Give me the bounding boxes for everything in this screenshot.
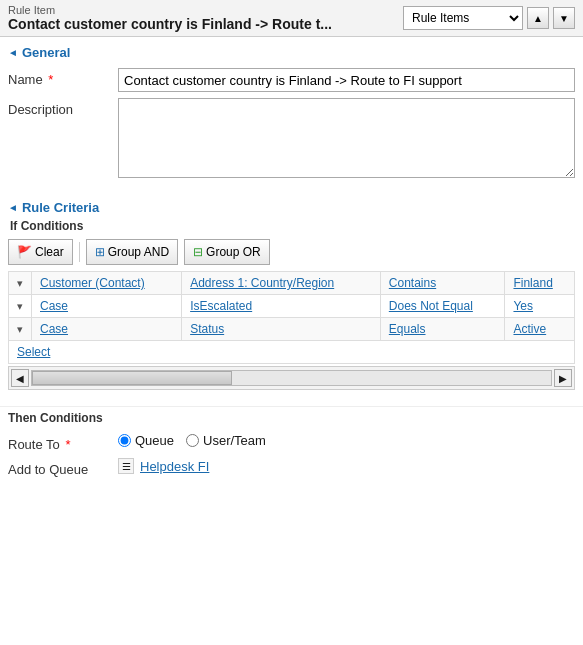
- description-input[interactable]: [118, 98, 575, 178]
- row2-value: Yes: [505, 295, 575, 318]
- clear-icon: 🚩: [17, 245, 32, 259]
- select-link[interactable]: Select: [17, 345, 50, 359]
- name-row: Name *: [8, 68, 575, 92]
- route-to-radio-group: Queue User/Team: [118, 433, 266, 448]
- row3-entity: Case: [32, 318, 182, 341]
- row3-operator-link[interactable]: Equals: [389, 322, 426, 336]
- row2-expand[interactable]: ▾: [17, 300, 23, 312]
- queue-value[interactable]: Helpdesk FI: [140, 459, 209, 474]
- row1-operator-link[interactable]: Contains: [389, 276, 436, 290]
- row1-entity-link[interactable]: Customer (Contact): [40, 276, 145, 290]
- group-or-button[interactable]: ⊟ Group OR: [184, 239, 270, 265]
- scroll-right-button[interactable]: ▶: [554, 369, 572, 387]
- userteam-radio-label: User/Team: [203, 433, 266, 448]
- general-section-header: ◄ General: [0, 37, 583, 64]
- queue-radio-label: Queue: [135, 433, 174, 448]
- route-required-indicator: *: [62, 437, 71, 452]
- rule-criteria-section-title: Rule Criteria: [22, 200, 99, 215]
- rule-items-dropdown[interactable]: Rule Items: [403, 6, 523, 30]
- criteria-toolbar: 🚩 Clear ⊞ Group AND ⊟ Group OR: [8, 239, 575, 265]
- general-form: Name * Description: [0, 64, 583, 192]
- clear-button[interactable]: 🚩 Clear: [8, 239, 73, 265]
- scrollbar-thumb[interactable]: [32, 371, 232, 385]
- row1-value-link[interactable]: Finland: [513, 276, 552, 290]
- add-to-queue-row: Add to Queue ☰ Helpdesk FI: [8, 458, 575, 477]
- then-section: Then Conditions Route To * Queue User/Te…: [0, 406, 583, 491]
- description-label: Description: [8, 98, 118, 117]
- row2-attribute: IsEscalated: [182, 295, 381, 318]
- rule-criteria-collapse-icon[interactable]: ◄: [8, 202, 18, 213]
- table-row: ▾ Case Status Equals Active: [9, 318, 575, 341]
- userteam-radio-item[interactable]: User/Team: [186, 433, 266, 448]
- row2-value-link[interactable]: Yes: [513, 299, 533, 313]
- group-and-icon: ⊞: [95, 245, 105, 259]
- conditions-table: ▾ Customer (Contact) Address 1: Country/…: [8, 271, 575, 364]
- row1-attribute-link[interactable]: Address 1: Country/Region: [190, 276, 334, 290]
- route-to-row: Route To * Queue User/Team: [8, 433, 575, 452]
- row2-operator: Does Not Equal: [380, 295, 505, 318]
- then-conditions-label: Then Conditions: [8, 411, 575, 425]
- scroll-left-button[interactable]: ◀: [11, 369, 29, 387]
- top-bar-right: Rule Items ▲ ▼: [403, 6, 575, 30]
- userteam-radio[interactable]: [186, 434, 199, 447]
- clear-label: Clear: [35, 245, 64, 259]
- group-or-icon: ⊟: [193, 245, 203, 259]
- row3-operator: Equals: [380, 318, 505, 341]
- table-row: ▾ Case IsEscalated Does Not Equal Yes: [9, 295, 575, 318]
- row3-attribute-link[interactable]: Status: [190, 322, 224, 336]
- criteria-section: If Conditions 🚩 Clear ⊞ Group AND ⊟ Grou…: [0, 219, 583, 406]
- row2-entity-link[interactable]: Case: [40, 299, 68, 313]
- row2-operator-link[interactable]: Does Not Equal: [389, 299, 473, 313]
- route-to-label: Route To *: [8, 433, 118, 452]
- top-bar: Rule Item Contact customer country is Fi…: [0, 0, 583, 37]
- row1-operator: Contains: [380, 272, 505, 295]
- group-and-label: Group AND: [108, 245, 169, 259]
- rule-criteria-section-header: ◄ Rule Criteria: [0, 192, 583, 219]
- queue-icon: ☰: [118, 458, 134, 474]
- top-bar-left: Rule Item Contact customer country is Fi…: [8, 4, 332, 32]
- row2-entity: Case: [32, 295, 182, 318]
- row2-attribute-link[interactable]: IsEscalated: [190, 299, 252, 313]
- name-label: Name *: [8, 68, 118, 87]
- row3-attribute: Status: [182, 318, 381, 341]
- nav-down-button[interactable]: ▼: [553, 7, 575, 29]
- queue-radio-item[interactable]: Queue: [118, 433, 174, 448]
- row1-entity: Customer (Contact): [32, 272, 182, 295]
- row1-value: Finland: [505, 272, 575, 295]
- page-title: Contact customer country is Finland -> R…: [8, 16, 332, 32]
- horizontal-scrollbar[interactable]: ◀ ▶: [8, 366, 575, 390]
- table-row: ▾ Customer (Contact) Address 1: Country/…: [9, 272, 575, 295]
- scrollbar-track[interactable]: [31, 370, 552, 386]
- row3-value: Active: [505, 318, 575, 341]
- queue-value-row: ☰ Helpdesk FI: [118, 458, 209, 474]
- description-row: Description: [8, 98, 575, 178]
- add-to-queue-label: Add to Queue: [8, 458, 118, 477]
- queue-radio[interactable]: [118, 434, 131, 447]
- nav-up-button[interactable]: ▲: [527, 7, 549, 29]
- if-conditions-label: If Conditions: [8, 219, 575, 233]
- row1-attribute: Address 1: Country/Region: [182, 272, 381, 295]
- row1-expand[interactable]: ▾: [17, 277, 23, 289]
- group-or-label: Group OR: [206, 245, 261, 259]
- required-indicator: *: [45, 72, 54, 87]
- name-input[interactable]: [118, 68, 575, 92]
- breadcrumb: Rule Item: [8, 4, 332, 16]
- row3-expand[interactable]: ▾: [17, 323, 23, 335]
- row3-value-link[interactable]: Active: [513, 322, 546, 336]
- general-section-title: General: [22, 45, 70, 60]
- toolbar-divider-1: [79, 242, 80, 262]
- general-collapse-icon[interactable]: ◄: [8, 47, 18, 58]
- row3-entity-link[interactable]: Case: [40, 322, 68, 336]
- select-row: Select: [9, 341, 575, 364]
- group-and-button[interactable]: ⊞ Group AND: [86, 239, 178, 265]
